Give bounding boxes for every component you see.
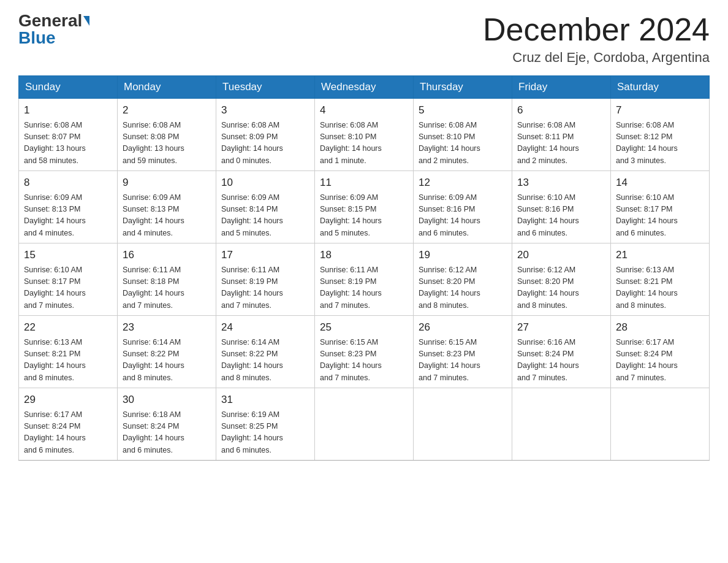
calendar-cell: 20Sunrise: 6:12 AMSunset: 8:20 PMDayligh…: [512, 243, 611, 316]
day-header-wednesday: Wednesday: [315, 76, 414, 99]
calendar-cell: [315, 388, 414, 461]
calendar-cell: 2Sunrise: 6:08 AMSunset: 8:08 PMDaylight…: [118, 99, 216, 171]
calendar-cell: [414, 388, 512, 461]
calendar-cell: 27Sunrise: 6:16 AMSunset: 8:24 PMDayligh…: [512, 316, 611, 388]
day-info: Sunrise: 6:08 AMSunset: 8:07 PMDaylight:…: [24, 121, 86, 165]
day-header-thursday: Thursday: [414, 76, 512, 99]
day-info: Sunrise: 6:11 AMSunset: 8:19 PMDaylight:…: [320, 266, 382, 310]
week-row-2: 8Sunrise: 6:09 AMSunset: 8:13 PMDaylight…: [19, 171, 710, 243]
day-number: 20: [517, 247, 605, 263]
day-info: Sunrise: 6:08 AMSunset: 8:08 PMDaylight:…: [123, 121, 184, 165]
day-info: Sunrise: 6:13 AMSunset: 8:21 PMDaylight:…: [616, 266, 678, 310]
day-info: Sunrise: 6:09 AMSunset: 8:15 PMDaylight:…: [320, 193, 382, 237]
day-number: 12: [419, 175, 507, 191]
calendar-cell: 15Sunrise: 6:10 AMSunset: 8:17 PMDayligh…: [19, 243, 118, 316]
day-header-sunday: Sunday: [19, 76, 118, 99]
day-info: Sunrise: 6:08 AMSunset: 8:09 PMDaylight:…: [221, 121, 283, 165]
day-number: 13: [517, 175, 605, 191]
day-info: Sunrise: 6:10 AMSunset: 8:17 PMDaylight:…: [616, 193, 678, 237]
week-row-5: 29Sunrise: 6:17 AMSunset: 8:24 PMDayligh…: [19, 388, 710, 461]
calendar-cell: 23Sunrise: 6:14 AMSunset: 8:22 PMDayligh…: [118, 316, 216, 388]
calendar-table: SundayMondayTuesdayWednesdayThursdayFrid…: [18, 75, 710, 461]
day-info: Sunrise: 6:15 AMSunset: 8:23 PMDaylight:…: [320, 338, 382, 382]
day-number: 22: [24, 320, 112, 335]
day-info: Sunrise: 6:13 AMSunset: 8:21 PMDaylight:…: [24, 338, 86, 382]
day-number: 15: [24, 247, 112, 263]
day-info: Sunrise: 6:09 AMSunset: 8:16 PMDaylight:…: [419, 193, 480, 237]
calendar-cell: 4Sunrise: 6:08 AMSunset: 8:10 PMDaylight…: [315, 99, 414, 171]
calendar-cell: 24Sunrise: 6:14 AMSunset: 8:22 PMDayligh…: [216, 316, 315, 388]
day-number: 27: [517, 320, 605, 335]
day-number: 8: [24, 175, 112, 191]
day-number: 16: [123, 247, 211, 263]
calendar-cell: 26Sunrise: 6:15 AMSunset: 8:23 PMDayligh…: [414, 316, 512, 388]
calendar-cell: 6Sunrise: 6:08 AMSunset: 8:11 PMDaylight…: [512, 99, 611, 171]
day-number: 23: [123, 320, 211, 335]
logo-general: General: [18, 12, 82, 29]
calendar-cell: 30Sunrise: 6:18 AMSunset: 8:24 PMDayligh…: [118, 388, 216, 461]
calendar-cell: 19Sunrise: 6:12 AMSunset: 8:20 PMDayligh…: [414, 243, 512, 316]
days-header-row: SundayMondayTuesdayWednesdayThursdayFrid…: [19, 76, 710, 99]
day-header-saturday: Saturday: [611, 76, 710, 99]
logo: General Blue: [18, 12, 89, 47]
day-number: 18: [320, 247, 408, 263]
day-info: Sunrise: 6:15 AMSunset: 8:23 PMDaylight:…: [419, 338, 480, 382]
page-header: General Blue December 2024 Cruz del Eje,…: [18, 12, 710, 66]
day-info: Sunrise: 6:09 AMSunset: 8:13 PMDaylight:…: [123, 193, 184, 237]
calendar-cell: 10Sunrise: 6:09 AMSunset: 8:14 PMDayligh…: [216, 171, 315, 243]
calendar-cell: 31Sunrise: 6:19 AMSunset: 8:25 PMDayligh…: [216, 388, 315, 461]
day-number: 26: [419, 320, 507, 335]
day-number: 31: [221, 392, 309, 408]
calendar-cell: [611, 388, 710, 461]
day-info: Sunrise: 6:08 AMSunset: 8:12 PMDaylight:…: [616, 121, 678, 165]
day-number: 1: [24, 102, 112, 118]
day-number: 30: [123, 392, 211, 408]
calendar-cell: 18Sunrise: 6:11 AMSunset: 8:19 PMDayligh…: [315, 243, 414, 316]
day-header-friday: Friday: [512, 76, 611, 99]
day-header-tuesday: Tuesday: [216, 76, 315, 99]
day-number: 21: [616, 247, 704, 263]
day-info: Sunrise: 6:19 AMSunset: 8:25 PMDaylight:…: [221, 410, 283, 454]
day-number: 4: [320, 102, 408, 118]
title-section: December 2024 Cruz del Eje, Cordoba, Arg…: [483, 12, 710, 66]
day-number: 3: [221, 102, 309, 118]
day-header-monday: Monday: [118, 76, 216, 99]
calendar-cell: 14Sunrise: 6:10 AMSunset: 8:17 PMDayligh…: [611, 171, 710, 243]
day-number: 25: [320, 320, 408, 335]
calendar-cell: 3Sunrise: 6:08 AMSunset: 8:09 PMDaylight…: [216, 99, 315, 171]
calendar-cell: [512, 388, 611, 461]
day-info: Sunrise: 6:08 AMSunset: 8:10 PMDaylight:…: [320, 121, 382, 165]
week-row-3: 15Sunrise: 6:10 AMSunset: 8:17 PMDayligh…: [19, 243, 710, 316]
week-row-4: 22Sunrise: 6:13 AMSunset: 8:21 PMDayligh…: [19, 316, 710, 388]
calendar-cell: 29Sunrise: 6:17 AMSunset: 8:24 PMDayligh…: [19, 388, 118, 461]
day-info: Sunrise: 6:08 AMSunset: 8:11 PMDaylight:…: [517, 121, 579, 165]
calendar-cell: 17Sunrise: 6:11 AMSunset: 8:19 PMDayligh…: [216, 243, 315, 316]
day-info: Sunrise: 6:14 AMSunset: 8:22 PMDaylight:…: [221, 338, 283, 382]
day-info: Sunrise: 6:12 AMSunset: 8:20 PMDaylight:…: [517, 266, 579, 310]
day-info: Sunrise: 6:09 AMSunset: 8:13 PMDaylight:…: [24, 193, 86, 237]
day-info: Sunrise: 6:10 AMSunset: 8:16 PMDaylight:…: [517, 193, 579, 237]
calendar-cell: 25Sunrise: 6:15 AMSunset: 8:23 PMDayligh…: [315, 316, 414, 388]
day-number: 6: [517, 102, 605, 118]
day-number: 5: [419, 102, 507, 118]
day-info: Sunrise: 6:17 AMSunset: 8:24 PMDaylight:…: [24, 410, 86, 454]
calendar-cell: 9Sunrise: 6:09 AMSunset: 8:13 PMDaylight…: [118, 171, 216, 243]
calendar-cell: 12Sunrise: 6:09 AMSunset: 8:16 PMDayligh…: [414, 171, 512, 243]
day-number: 24: [221, 320, 309, 335]
location-title: Cruz del Eje, Cordoba, Argentina: [483, 50, 710, 66]
calendar-cell: 28Sunrise: 6:17 AMSunset: 8:24 PMDayligh…: [611, 316, 710, 388]
day-number: 28: [616, 320, 704, 335]
day-info: Sunrise: 6:10 AMSunset: 8:17 PMDaylight:…: [24, 266, 86, 310]
day-info: Sunrise: 6:16 AMSunset: 8:24 PMDaylight:…: [517, 338, 579, 382]
calendar-cell: 13Sunrise: 6:10 AMSunset: 8:16 PMDayligh…: [512, 171, 611, 243]
logo-blue: Blue: [18, 29, 56, 47]
day-number: 9: [123, 175, 211, 191]
day-info: Sunrise: 6:08 AMSunset: 8:10 PMDaylight:…: [419, 121, 480, 165]
day-number: 7: [616, 102, 704, 118]
calendar-cell: 8Sunrise: 6:09 AMSunset: 8:13 PMDaylight…: [19, 171, 118, 243]
day-number: 11: [320, 175, 408, 191]
day-number: 10: [221, 175, 309, 191]
day-info: Sunrise: 6:14 AMSunset: 8:22 PMDaylight:…: [123, 338, 184, 382]
day-number: 17: [221, 247, 309, 263]
day-number: 19: [419, 247, 507, 263]
